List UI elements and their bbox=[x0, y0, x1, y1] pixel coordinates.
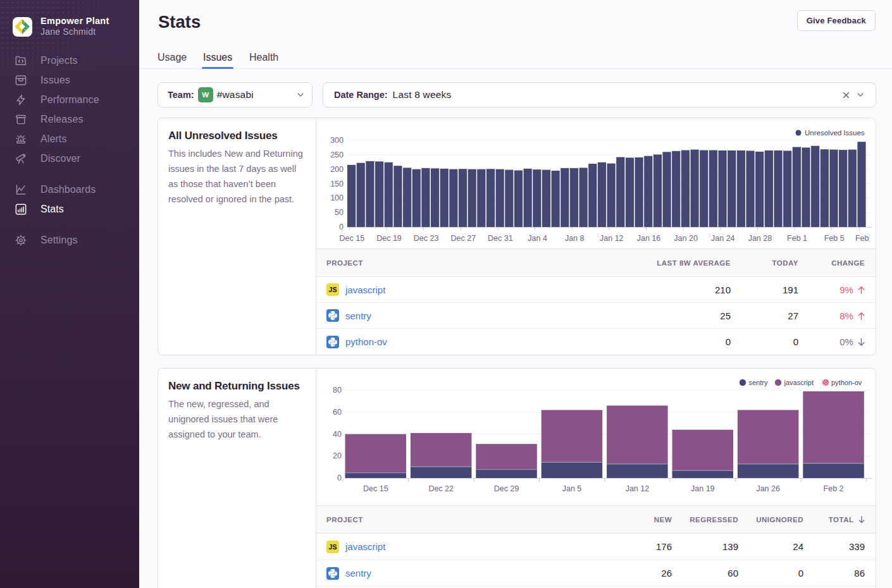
svg-text:0: 0 bbox=[337, 474, 342, 482]
svg-text:Jan 26: Jan 26 bbox=[756, 484, 780, 493]
svg-text:Dec 27: Dec 27 bbox=[450, 234, 476, 243]
svg-text:40: 40 bbox=[333, 430, 342, 439]
svg-text:javascript: javascript bbox=[784, 379, 814, 386]
svg-text:50: 50 bbox=[335, 208, 344, 217]
svg-text:Feb: Feb bbox=[855, 234, 869, 243]
svg-text:Dec 22: Dec 22 bbox=[428, 484, 454, 493]
svg-text:Jan 4: Jan 4 bbox=[528, 234, 547, 243]
svg-text:Feb 1: Feb 1 bbox=[787, 234, 807, 243]
svg-text:sentry: sentry bbox=[749, 379, 768, 386]
svg-text:Jan 20: Jan 20 bbox=[674, 234, 698, 243]
svg-text:0: 0 bbox=[339, 223, 344, 231]
svg-text:Jan 8: Jan 8 bbox=[565, 234, 585, 243]
svg-text:Feb 2: Feb 2 bbox=[824, 484, 844, 493]
svg-text:Jan 28: Jan 28 bbox=[748, 234, 772, 243]
svg-text:Jan 24: Jan 24 bbox=[711, 234, 735, 243]
svg-text:Unresolved Issues: Unresolved Issues bbox=[805, 129, 865, 137]
svg-text:200: 200 bbox=[330, 165, 344, 174]
svg-text:100: 100 bbox=[330, 193, 344, 202]
svg-text:Jan 16: Jan 16 bbox=[637, 234, 661, 243]
svg-text:Jan 12: Jan 12 bbox=[626, 484, 650, 493]
svg-text:150: 150 bbox=[330, 180, 344, 188]
svg-text:20: 20 bbox=[333, 451, 342, 460]
svg-text:250: 250 bbox=[330, 150, 344, 159]
svg-text:60: 60 bbox=[333, 408, 342, 417]
svg-text:80: 80 bbox=[333, 386, 342, 395]
svg-text:Jan 12: Jan 12 bbox=[600, 234, 624, 243]
svg-text:300: 300 bbox=[330, 136, 344, 145]
svg-text:Feb 5: Feb 5 bbox=[824, 234, 845, 243]
svg-text:Dec 29: Dec 29 bbox=[494, 484, 519, 493]
svg-text:Jan 19: Jan 19 bbox=[691, 484, 715, 493]
svg-text:python-ov: python-ov bbox=[831, 379, 862, 386]
svg-text:Dec 15: Dec 15 bbox=[363, 484, 388, 493]
svg-text:Jan 5: Jan 5 bbox=[562, 484, 582, 493]
svg-text:Dec 23: Dec 23 bbox=[414, 234, 439, 243]
svg-text:Dec 31: Dec 31 bbox=[488, 234, 513, 243]
svg-text:Dec 19: Dec 19 bbox=[376, 234, 402, 243]
svg-text:Dec 15: Dec 15 bbox=[339, 234, 364, 243]
